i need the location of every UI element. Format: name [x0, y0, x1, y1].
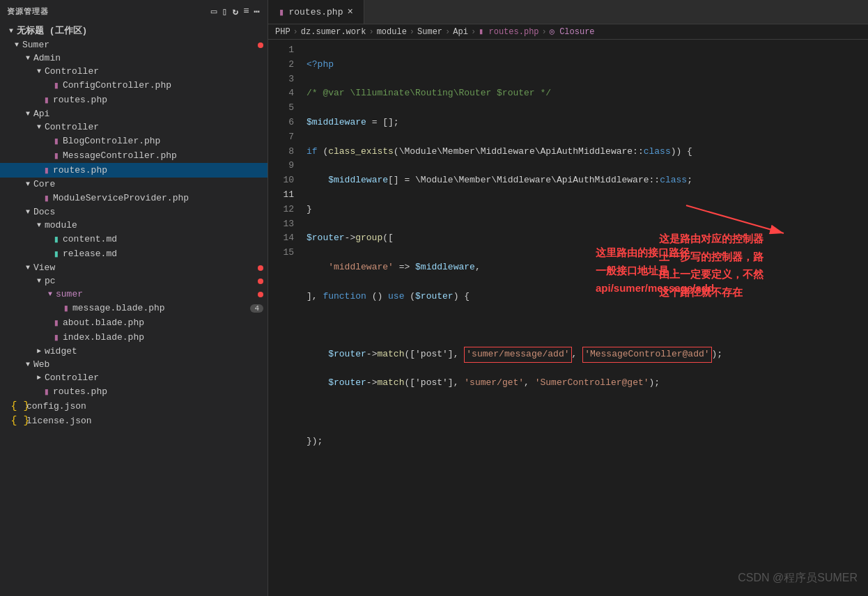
code-line-11: $router->match(['post'], 'sumer/message/…: [307, 347, 868, 362]
breadcrumb-api: Api: [453, 27, 468, 37]
sidebar-item-configcontroller[interactable]: ▮ ConfigController.php: [0, 78, 268, 93]
sidebar-item-sumer[interactable]: ▼ Sumer: [0, 38, 268, 52]
code-line-6: }: [307, 203, 868, 217]
sidebar-item-widget[interactable]: ► widget: [0, 345, 268, 358]
tab-bar: ▮ routes.php ×: [268, 0, 868, 24]
sidebar-item-routes-admin[interactable]: ▮ routes.php: [0, 93, 268, 107]
sidebar-item-release-md[interactable]: ▮ release.md: [0, 246, 268, 261]
breadcrumb: PHP › dz.sumer.work › module › Sumer › A…: [268, 24, 868, 40]
sidebar-item-moduleserviceprovider[interactable]: ▮ ModuleServiceProvider.php: [0, 191, 268, 205]
new-folder-icon[interactable]: ▯: [222, 6, 228, 17]
breadcrumb-domain: dz.sumer.work: [301, 27, 366, 37]
sidebar-item-message-blade[interactable]: ▮ message.blade.php 4: [0, 301, 268, 315]
code-line-9: ], function () use ($router) {: [307, 290, 868, 304]
more-icon[interactable]: ⋯: [254, 6, 261, 17]
workspace-item[interactable]: ▼ 无标题 (工作区): [0, 23, 268, 38]
dot-sumer: [258, 42, 263, 48]
sidebar-item-config-json[interactable]: { } config.json: [0, 399, 268, 414]
tab-label: routes.php: [288, 7, 343, 17]
code-content[interactable]: <?php /* @var \Illuminate\Routing\Router…: [300, 40, 868, 596]
sidebar-item-web[interactable]: ▼ Web: [0, 358, 268, 371]
code-line-15: [307, 463, 868, 478]
sidebar-item-docs[interactable]: ▼ Docs: [0, 205, 268, 219]
sidebar-item-routes-web[interactable]: ▮ routes.php: [0, 384, 268, 399]
sidebar-item-sumer-sub[interactable]: ▼ sumer: [0, 288, 268, 301]
code-line-3: $middleware = [];: [307, 116, 868, 130]
code-line-2: /* @var \Illuminate\Routing\Router $rout…: [307, 86, 868, 101]
collapse-icon[interactable]: ≡: [243, 6, 249, 17]
breadcrumb-sumer: Sumer: [417, 27, 442, 37]
sidebar-header: 资源管理器 ▭ ▯ ↻ ≡ ⋯: [0, 0, 268, 23]
sidebar-item-view[interactable]: ▼ View: [0, 261, 268, 274]
workspace-arrow: ▼: [6, 27, 17, 35]
code-line-14: });: [307, 434, 868, 449]
sidebar-item-core[interactable]: ▼ Core: [0, 178, 268, 191]
breadcrumb-module: module: [377, 27, 407, 37]
code-line-13: [307, 405, 868, 420]
tab-icon: ▮: [279, 6, 284, 18]
code-line-10: [307, 318, 868, 333]
sidebar-item-api[interactable]: ▼ Api: [0, 107, 268, 120]
workspace-label: 无标题 (工作区): [17, 24, 268, 37]
sidebar-title: 资源管理器: [7, 6, 49, 17]
dot-pc: [258, 279, 263, 284]
badge-message: 4: [250, 304, 263, 313]
sidebar-item-controller-admin[interactable]: ▼ Controller: [0, 65, 268, 78]
tab-routes-php[interactable]: ▮ routes.php ×: [268, 0, 364, 24]
sidebar-item-module-folder[interactable]: ▼ module: [0, 219, 268, 232]
sidebar-item-content-md[interactable]: ▮ content.md: [0, 232, 268, 246]
code-line-5: $middleware[] = \Module\Member\Middlewar…: [307, 173, 868, 188]
breadcrumb-php: PHP: [275, 27, 290, 37]
sidebar-item-controller-api[interactable]: ▼ Controller: [0, 120, 268, 134]
dot-sumer-sub: [258, 292, 263, 297]
dot-view: [258, 265, 263, 271]
breadcrumb-closure: ◎ Closure: [550, 26, 595, 37]
sidebar-item-routes-api[interactable]: ▮ routes.php: [0, 163, 268, 178]
sidebar-item-pc[interactable]: ▼ pc: [0, 274, 268, 288]
line-numbers: 1 2 3 4 5 6 7 8 9 10 11 12 13 14 15: [268, 40, 300, 596]
refresh-icon[interactable]: ↻: [233, 6, 239, 17]
sidebar-item-about-blade[interactable]: ▮ about.blade.php: [0, 315, 268, 330]
sidebar-item-admin[interactable]: ▼ Admin: [0, 52, 268, 65]
code-editor[interactable]: 1 2 3 4 5 6 7 8 9 10 11 12 13 14 15 <?ph…: [268, 40, 868, 596]
code-line-8: 'middleware' => $middleware,: [307, 260, 868, 275]
code-line-1: <?php: [307, 58, 868, 72]
code-line-4: if (class_exists(\Module\Member\Middlewa…: [307, 145, 868, 159]
editor-area: ▮ routes.php × PHP › dz.sumer.work › mod…: [268, 0, 868, 596]
code-line-7: $router->group([: [307, 231, 868, 246]
sidebar-item-license-json[interactable]: { } license.json: [0, 414, 268, 428]
sidebar-item-web-controller[interactable]: ► Controller: [0, 371, 268, 384]
sidebar: 资源管理器 ▭ ▯ ↻ ≡ ⋯ ▼ 无标题 (工作区) ▼ Sumer ▼ Ad…: [0, 0, 268, 596]
breadcrumb-routes: ▮ routes.php: [479, 26, 538, 37]
new-file-icon[interactable]: ▭: [211, 6, 217, 17]
code-line-12: $router->match(['post'], 'sumer/get', 'S…: [307, 376, 868, 391]
tab-close-button[interactable]: ×: [347, 6, 352, 17]
sidebar-item-blogcontroller[interactable]: ▮ BlogController.php: [0, 134, 268, 148]
sidebar-item-messagecontroller[interactable]: ▮ MessageController.php: [0, 148, 268, 163]
sidebar-item-index-blade[interactable]: ▮ index.blade.php: [0, 330, 268, 345]
sidebar-icons: ▭ ▯ ↻ ≡ ⋯: [211, 6, 261, 17]
